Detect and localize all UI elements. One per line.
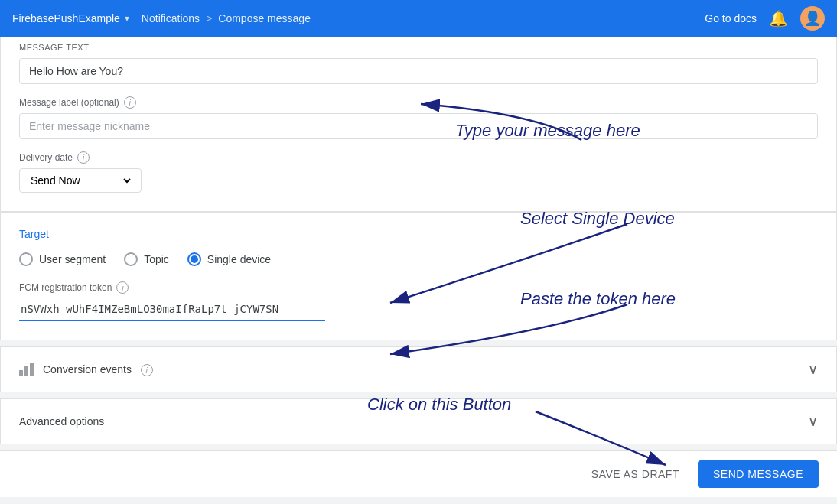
brand-name: FirebasePushExample: [12, 12, 120, 24]
nickname-field-label: Message label (optional) i: [19, 96, 818, 109]
delivery-dropdown[interactable]: Send Now Scheduled: [28, 174, 133, 187]
advanced-options-section: Advanced options ∨: [0, 398, 837, 444]
target-title: Target: [19, 228, 818, 240]
conversion-events-section: Conversion events i ∨: [0, 346, 837, 392]
page-wrapper: FirebasePushExample ▾ Notifications > Co…: [0, 0, 837, 504]
advanced-options-title: Advanced options: [19, 415, 104, 428]
breadcrumb-current: Compose message: [218, 12, 311, 24]
radio-circle-single-device: [187, 252, 201, 266]
nav-brand[interactable]: FirebasePushExample ▾: [12, 12, 129, 24]
nickname-help-icon[interactable]: i: [124, 96, 136, 109]
conversion-help-icon[interactable]: i: [141, 364, 153, 376]
conversion-events-title: Conversion events i: [43, 363, 153, 376]
radio-single-device[interactable]: Single device: [187, 252, 271, 266]
radio-topic[interactable]: Topic: [124, 252, 169, 266]
radio-user-segment[interactable]: User segment: [19, 252, 106, 266]
content-area: Message text Message label (optional) i …: [0, 37, 837, 504]
bar-chart-icon: [19, 363, 34, 376]
conversion-chevron-icon: ∨: [808, 361, 818, 378]
message-text-label: Message text: [19, 43, 818, 52]
radio-group: User segment Topic Single device: [19, 252, 818, 266]
conversion-events-header[interactable]: Conversion events i ∨: [1, 347, 836, 392]
message-text-card: Message text Message label (optional) i …: [0, 37, 837, 212]
save-draft-button[interactable]: SAVE AS DRAFT: [582, 462, 689, 486]
docs-link[interactable]: Go to docs: [705, 12, 757, 24]
delivery-field-label: Delivery date i: [19, 151, 818, 164]
fcm-token-input[interactable]: [19, 298, 325, 321]
fcm-token-label: FCM registration token i: [19, 281, 818, 294]
breadcrumb-sep: >: [206, 12, 212, 24]
breadcrumb: Notifications > Compose message: [142, 12, 311, 24]
brand-chevron: ▾: [125, 13, 129, 24]
avatar[interactable]: 👤: [800, 6, 825, 31]
nav-right: Go to docs 🔔 👤: [705, 6, 825, 31]
send-message-button[interactable]: SEND MESSAGE: [698, 460, 819, 488]
bar3: [30, 363, 34, 376]
radio-circle-topic: [124, 252, 138, 266]
bell-icon[interactable]: 🔔: [769, 9, 788, 28]
bar1: [19, 370, 23, 376]
breadcrumb-parent[interactable]: Notifications: [142, 12, 200, 24]
delivery-help-icon[interactable]: i: [77, 151, 90, 164]
advanced-chevron-icon: ∨: [808, 413, 818, 430]
radio-circle-user-segment: [19, 252, 33, 266]
bar2: [24, 366, 28, 376]
message-text-input[interactable]: [19, 58, 818, 84]
nickname-input[interactable]: [19, 113, 818, 139]
delivery-select[interactable]: Send Now Scheduled: [19, 168, 142, 193]
top-nav: FirebasePushExample ▾ Notifications > Co…: [0, 0, 837, 37]
target-section: Target User segment Topic Single device: [0, 212, 837, 340]
bottom-action-bar: SAVE AS DRAFT SEND MESSAGE: [0, 450, 837, 497]
fcm-help-icon[interactable]: i: [116, 281, 129, 294]
advanced-options-header[interactable]: Advanced options ∨: [1, 399, 836, 444]
